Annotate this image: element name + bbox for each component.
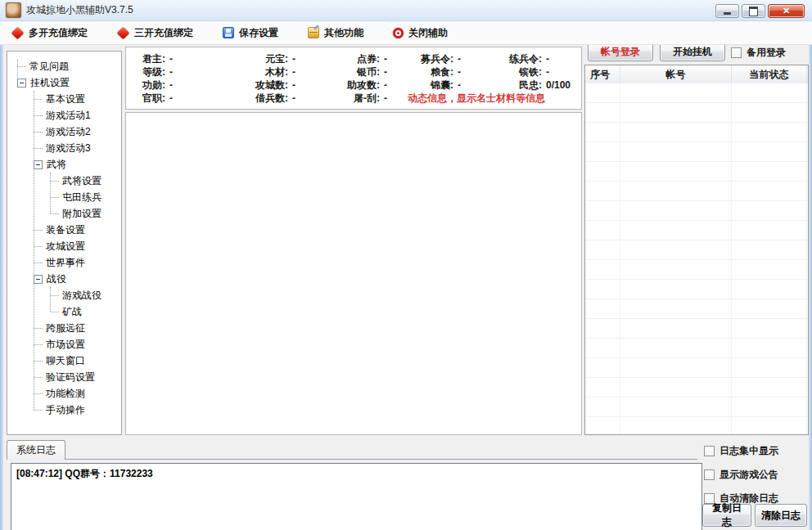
stat-field: 民忠:0/100 [494,79,576,92]
minimize-button[interactable] [715,4,739,18]
close-button[interactable]: ✕ [768,4,805,18]
tree-item[interactable]: 聊天窗口 [7,353,121,369]
stat-label: 官职: [131,92,165,105]
tree-connector [34,344,43,345]
accounts-table[interactable]: 序号帐号当前状态 [584,65,809,435]
stat-label: 木材: [242,65,288,79]
account-login-button[interactable]: 帐号登录 [588,43,653,61]
red-gem-icon [117,26,130,39]
tree-item[interactable]: 装备设置 [7,222,121,238]
multi-open-recharge-bind-button[interactable]: 多开充值绑定 [11,26,88,40]
stat-value: - [169,53,173,65]
table-column-divider [806,83,807,434]
triple-open-recharge-bind-button[interactable]: 三开充值绑定 [117,26,193,40]
checkbox[interactable] [704,469,715,480]
tree-item[interactable]: 挂机设置 [7,74,121,91]
tree-connector [50,312,59,312]
red-gem-icon [11,26,25,39]
tree-item[interactable]: 常见问题 [7,58,121,74]
tree-item-label: 常见问题 [29,60,69,74]
stat-label: 等级: [131,65,165,79]
tree-item[interactable]: 游戏战役 [7,287,121,303]
collapse-icon[interactable] [17,79,26,88]
tree-item[interactable]: 战役 [7,271,121,287]
stat-field: 粮食:- [408,65,494,79]
collapse-icon[interactable] [34,160,43,169]
tree-item[interactable]: 武将设置 [7,173,121,189]
tab-system-log[interactable]: 系统日志 [7,440,65,460]
table-column-divider [731,83,732,434]
tree-item[interactable]: 武将 [7,156,121,173]
tree-item[interactable]: 矿战 [7,303,121,320]
tree-connector [34,377,43,378]
stat-value: 0/100 [546,79,571,91]
tree-item-label: 游戏活动3 [46,141,91,155]
tree-item-label: 装备设置 [46,223,85,237]
tree-item-label: 屯田练兵 [62,191,102,204]
close-icon: ✕ [783,6,790,16]
table-column-header[interactable]: 帐号 [620,65,732,83]
tree-connector [17,66,26,67]
start-hangup-button[interactable]: 开始挂机 [660,43,725,61]
tree-item[interactable]: 游戏活动1 [7,107,121,124]
tree-item[interactable]: 手动操作 [7,402,121,418]
stat-field: 锦囊:- [408,79,494,92]
tree-item-label: 游戏战役 [62,289,102,303]
checkbox-label: 显示游戏公告 [720,468,778,482]
tree-item[interactable]: 验证码设置 [7,369,121,385]
tree-connector [34,328,43,329]
toolbar-item-label: 关闭辅助 [408,26,448,40]
tree-connector [50,197,59,198]
tree-item[interactable]: 跨服远征 [7,320,121,336]
stat-label: 屠-刮: [337,92,380,105]
save-settings-button[interactable]: 保存设置 [223,26,278,40]
tree-item-label: 附加设置 [62,207,102,221]
backup-login-checkbox-row[interactable]: 备用登录 [731,46,786,60]
stat-label: 功勋: [131,79,165,92]
stat-value: - [384,92,387,104]
tree-item-label: 矿战 [62,305,82,319]
stat-label: 锦囊: [408,79,453,92]
tree-item[interactable]: 功能检测 [7,385,121,402]
accounts-table-body[interactable] [585,83,808,434]
stat-field: 镔铁:- [494,65,576,79]
tree-item[interactable]: 世界事件 [7,254,121,271]
copy-log-button[interactable]: 复制日志 [702,504,751,527]
tree-item[interactable]: 基本设置 [7,91,121,107]
stat-label: 募兵令: [408,52,453,65]
tree-item[interactable]: 市场设置 [7,336,121,353]
stat-field: 借兵数:- [242,92,337,105]
tree-item-label: 跨服远征 [46,321,85,335]
stat-value: - [384,66,387,78]
log-option-checkbox-row[interactable]: 显示游戏公告 [704,468,778,482]
tree-item[interactable]: 攻城设置 [7,238,121,254]
main-content-panel [125,112,582,435]
toolbar-item-label: 其他功能 [324,26,363,40]
tree-item[interactable]: 游戏活动2 [7,124,121,140]
system-log-output[interactable]: [08:47:12] QQ群号：11732233 [11,463,702,530]
power-off-icon [393,28,404,38]
stat-field: 银币:- [337,65,408,79]
backup-login-checkbox[interactable] [731,47,742,58]
table-column-header[interactable]: 序号 [585,65,620,83]
checkbox-label: 日志集中显示 [720,444,778,458]
collapse-icon[interactable] [34,275,43,284]
stat-value: - [458,53,461,65]
toolbar-items: 多开充值绑定三开充值绑定保存设置其他功能关闭辅助 [0,21,812,45]
other-functions-button[interactable]: 其他功能 [308,26,363,40]
stat-label: 君主: [131,52,165,65]
tree-item[interactable]: 附加设置 [7,205,121,222]
close-assistant-button[interactable]: 关闭辅助 [393,26,448,40]
tree-item[interactable]: 游戏活动3 [7,140,121,156]
table-column-header[interactable]: 当前状态 [732,65,807,83]
checkbox[interactable] [704,446,715,456]
tree-connector [34,393,43,394]
log-options: 日志集中显示显示游戏公告自动清除日志 [704,444,778,505]
log-option-checkbox-row[interactable]: 日志集中显示 [704,444,778,458]
backup-login-label: 备用登录 [747,46,786,60]
tree-item-label: 手动操作 [46,403,85,417]
stat-value: - [292,79,295,91]
clear-log-button[interactable]: 清除日志 [755,504,807,527]
maximize-button[interactable] [742,4,765,18]
tree-item[interactable]: 屯田练兵 [7,189,121,205]
